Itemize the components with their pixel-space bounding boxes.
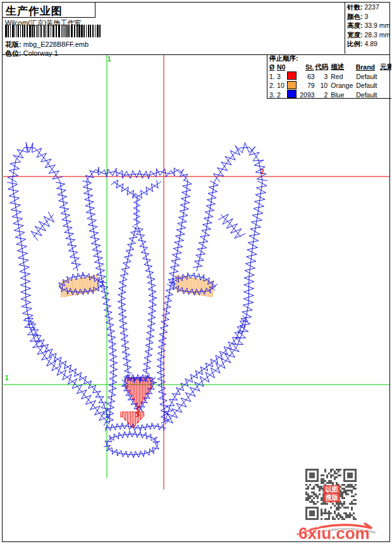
watermark: 6xiu.com [292, 515, 387, 544]
end-marker-label: 2 [260, 169, 264, 175]
start-marker-top-label: 1 [107, 56, 111, 63]
worksheet-page: 生产作业图 Wilcom(汇京)装饰工作室 花版: mbg_E228B8FF.e… [2, 2, 390, 542]
embroidery-design-canvas [3, 3, 389, 541]
watermark-site: 6xiu.com [298, 524, 370, 543]
red-stamp-icon: 以图 搜版 [323, 485, 340, 502]
start-marker-left-label: 1 [5, 375, 9, 381]
